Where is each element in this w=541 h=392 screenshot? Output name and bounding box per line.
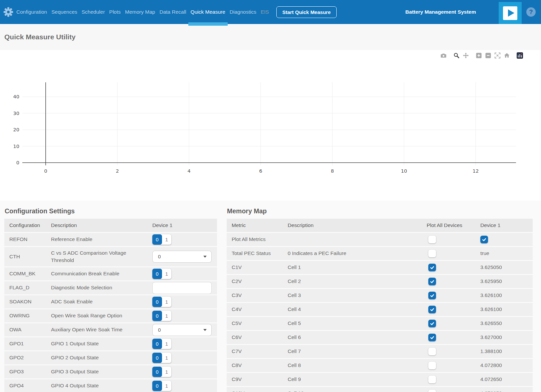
config-name: OWRNG (4, 312, 51, 319)
c5v-plot-all-checkbox[interactable] (428, 320, 436, 327)
memory-plot-all-cell (427, 306, 480, 313)
c1v-plot-all-checkbox[interactable] (428, 264, 436, 271)
memory-row-c2v: C2VCell 23.625950 (227, 275, 533, 288)
svg-text:10: 10 (13, 144, 19, 149)
GPO3-toggle-option-1[interactable]: 1 (162, 367, 171, 377)
nav-tab-memory-map[interactable]: Memory Map (125, 9, 155, 15)
c4v-plot-all-checkbox[interactable] (428, 306, 436, 313)
GPO4-toggle-option-1[interactable]: 1 (162, 381, 171, 391)
memory-metric: C6V (227, 334, 288, 341)
GPO3-toggle-option-0[interactable]: 0 (152, 367, 162, 377)
c6v-plot-all-checkbox[interactable] (428, 334, 436, 341)
start-quick-measure-button[interactable]: Start Quick Measure (276, 6, 337, 18)
nav-tab-plots[interactable]: Plots (109, 9, 121, 15)
memory-device1-value: true (480, 250, 489, 256)
nav-tab-configuration[interactable]: Configuration (16, 9, 47, 15)
SOAKON-toggle-option-0[interactable]: 0 (152, 297, 162, 307)
play-icon[interactable] (499, 2, 522, 24)
OWRNG-toggle-option-0[interactable]: 0 (152, 311, 162, 321)
nav-tab-scheduler[interactable]: Scheduler (82, 9, 105, 15)
camera-icon[interactable] (440, 52, 447, 59)
GPO1-toggle-option-0[interactable]: 0 (152, 339, 162, 349)
memory-row-c9v: C9VCell 94.072650 (227, 373, 533, 386)
memory-map-panel: Memory Map MetricDescriptionPlot All Dev… (227, 201, 533, 392)
plot-all-metrics-device1-checkbox[interactable] (480, 236, 488, 243)
nav-tab-eis[interactable]: EIS (261, 9, 269, 15)
plot-all-metrics-plot-all-checkbox[interactable] (428, 236, 436, 243)
config-name: OWA (4, 326, 51, 333)
memory-device1-value: 4.072650 (480, 376, 502, 382)
memory-col-header-metric: Metric (227, 222, 288, 229)
FLAG_D-device1-input[interactable] (152, 282, 212, 294)
GPO2-toggle-option-1[interactable]: 1 (162, 353, 171, 363)
pan-icon[interactable] (463, 52, 469, 59)
nav-tab-diagnostics[interactable]: Diagnostics (230, 9, 256, 15)
GPO1-toggle-option-1[interactable]: 1 (162, 339, 171, 349)
memory-description: 0 Indicates a PEC Failure (288, 250, 427, 257)
total-pec-status-plot-all-checkbox[interactable] (428, 250, 436, 257)
GPO2-device1-toggle[interactable]: 01 (152, 353, 171, 363)
config-name: CTH (4, 253, 51, 260)
memory-row-total-pec-status: Total PEC Status0 Indicates a PEC Failur… (227, 247, 533, 260)
memory-metric: C7V (227, 348, 288, 355)
GPO1-device1-toggle[interactable]: 01 (152, 339, 171, 349)
config-description: Open Wire Soak Range Option (51, 312, 152, 319)
config-description: GPIO 1 Output State (51, 340, 152, 347)
memory-row-c5v: C5VCell 53.626550 (227, 317, 533, 330)
CTH-device1-dropdown[interactable]: 0 (152, 251, 212, 263)
REFON-toggle-option-0[interactable]: 0 (152, 234, 162, 245)
memory-metric: C9V (227, 376, 288, 383)
OWA-device1-dropdown[interactable]: 0 (152, 324, 212, 336)
nav-tab-data-recall[interactable]: Data Recall (159, 9, 186, 15)
svg-text:2: 2 (116, 168, 119, 174)
nav-tab-sequences[interactable]: Sequences (51, 9, 77, 15)
memory-metric: C2V (227, 278, 288, 285)
config-row-OWA: OWAAuxiliary Open Wire Soak Time0 (4, 323, 217, 336)
zoom-icon[interactable] (450, 52, 460, 59)
c10v-plot-all-checkbox[interactable] (428, 390, 436, 392)
GPO4-device1-toggle[interactable]: 01 (152, 381, 171, 391)
c7v-plot-all-checkbox[interactable] (428, 348, 436, 355)
config-name: GPO1 (4, 340, 51, 347)
svg-text:12: 12 (473, 168, 479, 174)
SOAKON-toggle-option-1[interactable]: 1 (162, 297, 171, 307)
OWRNG-device1-toggle[interactable]: 01 (152, 311, 171, 321)
config-description: Reference Enable (51, 236, 152, 243)
COMM_BK-toggle-option-1[interactable]: 1 (162, 269, 171, 279)
SOAKON-device1-toggle[interactable]: 01 (152, 297, 171, 307)
GPO4-toggle-option-0[interactable]: 0 (152, 381, 162, 391)
memory-device1-value: 3.625050 (480, 264, 502, 270)
memory-map-table: MetricDescriptionPlot All DevicesDevice … (227, 219, 533, 392)
c9v-plot-all-checkbox[interactable] (428, 376, 436, 383)
config-device1-cell: 0 (152, 324, 217, 336)
memory-description: Cell 10 (288, 390, 427, 392)
zoom-in-icon[interactable] (472, 52, 482, 59)
memory-plot-all-cell (427, 278, 480, 285)
gear-icon[interactable] (2, 7, 14, 17)
nav-tab-quick-measure[interactable]: Quick Measure (191, 9, 225, 15)
chart-plot-area[interactable]: 010203040024681012 (0, 50, 541, 201)
memory-description: Cell 2 (288, 278, 427, 285)
c3v-plot-all-checkbox[interactable] (428, 292, 436, 299)
autoscale-icon[interactable] (494, 52, 501, 59)
memory-device1-cell: 3.626100 (480, 306, 533, 313)
zoom-out-icon[interactable] (485, 52, 491, 59)
help-icon[interactable]: ? (526, 7, 536, 17)
GPO3-device1-toggle[interactable]: 01 (152, 367, 171, 377)
memory-device1-cell: 4.072650 (480, 376, 533, 383)
config-row-CTH: CTHC vs S ADC Comparison Voltage Thresho… (4, 247, 217, 266)
plotly-logo-icon[interactable] (513, 52, 523, 59)
REFON-device1-toggle[interactable]: 01 (152, 234, 171, 245)
COMM_BK-device1-toggle[interactable]: 01 (152, 269, 171, 279)
GPO2-toggle-option-0[interactable]: 0 (152, 353, 162, 363)
c8v-plot-all-checkbox[interactable] (428, 362, 436, 369)
top-navbar: ConfigurationSequencesSchedulerPlotsMemo… (0, 0, 541, 24)
memory-device1-cell: 3.625950 (480, 278, 533, 285)
OWRNG-toggle-option-1[interactable]: 1 (162, 311, 171, 321)
REFON-toggle-option-1[interactable]: 1 (162, 234, 171, 245)
config-description: C vs S ADC Comparison Voltage Threshold (51, 249, 152, 264)
c2v-plot-all-checkbox[interactable] (428, 278, 436, 285)
memory-row-c1v: C1VCell 13.625050 (227, 261, 533, 274)
COMM_BK-toggle-option-0[interactable]: 0 (152, 269, 162, 279)
reset-axes-home-icon[interactable] (504, 52, 510, 59)
